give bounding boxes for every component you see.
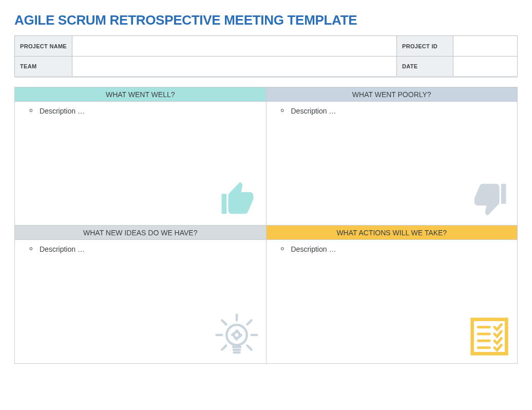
svg-point-8	[234, 332, 239, 338]
svg-point-7	[226, 325, 246, 345]
svg-line-2	[247, 320, 251, 324]
date-label: DATE	[397, 57, 453, 77]
quadrant-header-new-ideas: WHAT NEW IDEAS DO WE HAVE?	[15, 226, 266, 240]
project-id-label: PROJECT ID	[397, 36, 453, 57]
svg-line-6	[247, 346, 251, 350]
lightbulb-icon	[215, 313, 259, 359]
list-item: Description …	[29, 107, 257, 115]
quadrant-body-actions[interactable]: Description …	[267, 240, 518, 363]
date-input[interactable]	[453, 57, 518, 77]
quadrant-header-went-poorly: WHAT WENT POORLY?	[267, 87, 518, 102]
quadrant-new-ideas: WHAT NEW IDEAS DO WE HAVE? Description …	[15, 226, 267, 364]
list-item: Description …	[281, 107, 508, 115]
project-name-input[interactable]	[72, 36, 397, 57]
svg-line-5	[222, 346, 226, 350]
quadrant-header-actions: WHAT ACTIONS WILL WE TAKE?	[267, 226, 518, 240]
quadrant-body-new-ideas[interactable]: Description …	[15, 240, 266, 363]
project-name-label: PROJECT NAME	[15, 36, 72, 57]
list-item: Description …	[281, 245, 508, 253]
thumbs-down-icon	[469, 179, 510, 221]
quadrant-actions: WHAT ACTIONS WILL WE TAKE? Description …	[267, 226, 518, 364]
team-input[interactable]	[72, 57, 397, 77]
list-item: Description …	[29, 245, 257, 253]
svg-line-1	[222, 320, 226, 324]
project-id-input[interactable]	[453, 36, 518, 57]
checklist-icon	[469, 316, 510, 359]
quadrant-body-went-well[interactable]: Description …	[15, 102, 266, 225]
quadrant-body-went-poorly[interactable]: Description …	[267, 102, 518, 225]
quadrant-went-well: WHAT WENT WELL? Description …	[15, 87, 267, 226]
quadrant-header-went-well: WHAT WENT WELL?	[15, 87, 266, 102]
quadrant-went-poorly: WHAT WENT POORLY? Description …	[267, 87, 518, 226]
retrospective-grid: WHAT WENT WELL? Description … WHAT WENT …	[14, 87, 518, 364]
project-info-table: PROJECT NAME PROJECT ID TEAM DATE	[14, 35, 518, 78]
thumbs-up-icon	[218, 179, 259, 221]
team-label: TEAM	[15, 57, 72, 77]
page-title: AGILE SCRUM RETROSPECTIVE MEETING TEMPLA…	[14, 12, 518, 28]
